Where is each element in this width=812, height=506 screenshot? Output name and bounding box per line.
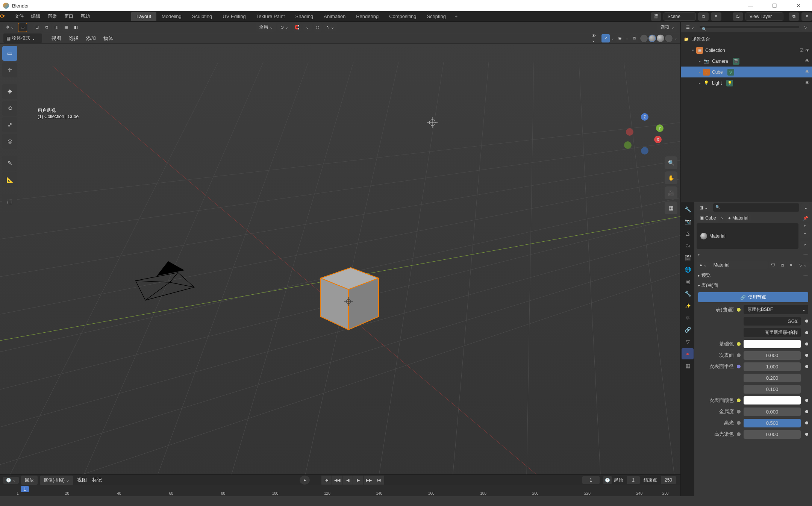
- menu-渲染[interactable]: 渲染: [44, 13, 61, 20]
- camera-object[interactable]: [124, 258, 199, 307]
- axis-nz-icon[interactable]: [641, 147, 648, 155]
- crumb-object[interactable]: ▣ Cube: [697, 214, 719, 222]
- preview-panel-header[interactable]: ▸预览┈┈: [694, 270, 812, 280]
- delete-scene-icon[interactable]: ✕: [711, 12, 721, 21]
- header-menu-物体[interactable]: 物体: [102, 35, 115, 42]
- play-reverse-icon[interactable]: ◀: [342, 476, 353, 485]
- subsurface-value[interactable]: 0.000: [744, 351, 801, 360]
- options-dropdown[interactable]: 选项 ⌄: [657, 23, 677, 32]
- remove-slot-button[interactable]: −: [800, 231, 810, 238]
- specular-value[interactable]: 0.500: [744, 419, 801, 427]
- material-tab[interactable]: ●: [682, 348, 694, 359]
- menu-帮助[interactable]: 帮助: [77, 13, 94, 20]
- editor-type-dropdown[interactable]: ✥ ⌄: [3, 24, 17, 31]
- physics-tab[interactable]: ⚛: [682, 312, 694, 323]
- sss-method-dropdown[interactable]: 克里斯坦森-伯利: [744, 328, 801, 337]
- checkbox-icon[interactable]: ☑: [800, 48, 804, 53]
- surface-panel-header[interactable]: ▾表(曲)面: [694, 280, 812, 291]
- gizmo-toggle-icon[interactable]: ↗: [601, 34, 610, 42]
- tab-texture-paint[interactable]: Texture Paint: [251, 12, 290, 21]
- socket-dot-icon[interactable]: [737, 410, 741, 414]
- eye-icon[interactable]: 👁: [805, 48, 810, 53]
- scene-tab[interactable]: 🎬: [682, 252, 694, 263]
- socket-dot-icon[interactable]: [737, 353, 741, 357]
- tl-view-menu[interactable]: 视图: [76, 477, 88, 483]
- collection-row[interactable]: ▾ ▣ Collection ☑ 👁: [681, 45, 812, 56]
- copy-scene-icon[interactable]: ⧉: [698, 12, 709, 21]
- viewlayer-tab[interactable]: 🗂: [682, 240, 694, 251]
- scale-tool[interactable]: ⤢: [2, 117, 17, 132]
- play-icon[interactable]: ▶: [353, 476, 364, 485]
- tab-scripting[interactable]: Scripting: [421, 12, 451, 21]
- snap-vertex-icon[interactable]: ⊡: [33, 23, 41, 32]
- props-options-icon[interactable]: ⌄: [801, 203, 810, 212]
- pan-button[interactable]: ✋: [665, 171, 677, 184]
- slot-menu-button[interactable]: ⌄: [800, 241, 810, 249]
- object-tab[interactable]: ▣: [682, 276, 694, 287]
- header-menu-添加[interactable]: 添加: [85, 35, 97, 42]
- maximize-button[interactable]: ☐: [767, 1, 782, 10]
- perspective-button[interactable]: ▦: [665, 201, 677, 214]
- cursor-tool[interactable]: ✛: [2, 62, 17, 77]
- blender-icon[interactable]: ⟳: [0, 13, 5, 20]
- render-tab[interactable]: 📷: [682, 216, 694, 227]
- viewlayer-selector[interactable]: View Layer: [745, 12, 783, 21]
- outliner-item-light[interactable]: ▸💡Light💡👁: [681, 77, 812, 88]
- prev-key-icon[interactable]: ◀◀: [332, 476, 342, 485]
- output-tab[interactable]: 🖨: [682, 228, 694, 239]
- tab-uv-editing[interactable]: UV Editing: [217, 12, 251, 21]
- tab-layout[interactable]: Layout: [131, 12, 156, 21]
- outliner-mode-dropdown[interactable]: ☰ ⌄: [683, 24, 697, 31]
- outliner-search[interactable]: [700, 26, 799, 28]
- delete-layer-icon[interactable]: ✕: [801, 12, 812, 21]
- playback-menu[interactable]: 回放: [21, 476, 38, 485]
- overlay-toggle-icon[interactable]: ◉: [616, 34, 624, 42]
- 3d-viewport[interactable]: 用户透视 (1) Collection | Cube ▭ ✛ ✥ ⟲ ⤢ ◎ ✎…: [0, 44, 680, 474]
- move-tool[interactable]: ✥: [2, 84, 17, 99]
- addcube-tool[interactable]: ⬚: [2, 194, 17, 209]
- axis-x-icon[interactable]: X: [654, 136, 662, 143]
- chevron-right-icon[interactable]: ▸: [699, 81, 701, 85]
- constraint-tab[interactable]: 🔗: [682, 324, 694, 335]
- pin-icon[interactable]: 📌: [801, 214, 810, 222]
- start-frame[interactable]: 1: [627, 476, 640, 484]
- annotate-tool[interactable]: ✎: [2, 156, 17, 171]
- sss-radius-y[interactable]: 0.200: [744, 374, 801, 382]
- material-name-field[interactable]: Material: [710, 261, 768, 269]
- data-tab[interactable]: ▽: [682, 336, 694, 347]
- spectint-value[interactable]: 0.000: [744, 430, 801, 439]
- navigation-gizmo[interactable]: Z Y X: [622, 113, 664, 155]
- material-slot[interactable]: Material: [697, 223, 798, 249]
- snap-mode-dropdown[interactable]: ⌄: [303, 24, 312, 31]
- add-slot-button[interactable]: +: [800, 223, 810, 231]
- use-nodes-button[interactable]: 🔗 使用节点: [698, 292, 808, 302]
- nodeops-dropdown[interactable]: ▽ ⌄: [796, 262, 810, 269]
- timeline-ruler[interactable]: 1 120406080100120140160180200220240250: [0, 485, 680, 496]
- eye-icon[interactable]: 👁: [805, 80, 810, 86]
- material-browse-dropdown[interactable]: ● ⌄: [697, 262, 710, 269]
- tab-sculpting[interactable]: Sculpting: [187, 12, 217, 21]
- close-button[interactable]: ✕: [791, 1, 806, 10]
- current-frame[interactable]: 1: [582, 476, 600, 484]
- measure-tool[interactable]: 📐: [2, 172, 17, 187]
- menu-窗口[interactable]: 窗口: [61, 13, 77, 20]
- header-menu-选择[interactable]: 选择: [67, 35, 80, 42]
- props-editor-dropdown[interactable]: ◨ ⌄: [697, 204, 711, 211]
- axis-y-icon[interactable]: Y: [656, 124, 664, 132]
- snap-increment-icon[interactable]: ◧: [72, 23, 80, 32]
- eye-icon[interactable]: 👁: [805, 69, 810, 75]
- outliner-item-camera[interactable]: ▸📷Camera🎬👁: [681, 56, 812, 67]
- tab-animation[interactable]: Animation: [318, 12, 351, 21]
- unlink-mat-icon[interactable]: ✕: [787, 261, 795, 269]
- viewlayer-icon[interactable]: 🗂: [733, 12, 743, 21]
- tl-marker-menu[interactable]: 标记: [91, 477, 103, 483]
- fakeuser-icon[interactable]: 🛡: [769, 261, 777, 269]
- pivot-dropdown[interactable]: ⊙ ⌄: [277, 24, 291, 31]
- rendered-shading-icon[interactable]: [665, 34, 673, 42]
- visibility-icon[interactable]: 👁 ⌄: [592, 34, 600, 42]
- props-search-input[interactable]: [713, 203, 799, 212]
- wireframe-shading-icon[interactable]: [640, 34, 648, 42]
- scene-selector[interactable]: Scene: [664, 12, 696, 21]
- keying-menu[interactable]: 抠像(插帧) ⌄: [40, 476, 73, 485]
- proportional-icon[interactable]: ◎: [314, 23, 322, 32]
